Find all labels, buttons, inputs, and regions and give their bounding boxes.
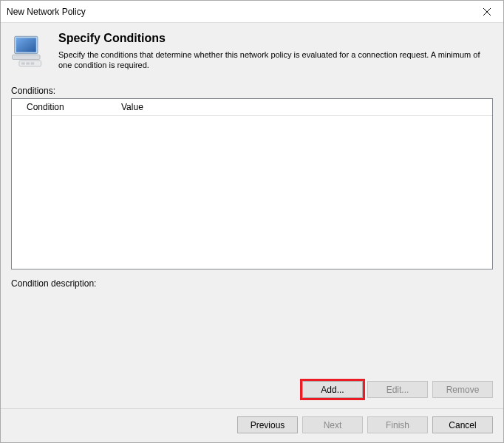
close-icon [483,8,491,16]
window-title: New Network Policy [7,7,86,17]
dialog-content: Specify Conditions Specify the condition… [1,23,503,442]
column-header-condition[interactable]: Condition [12,100,115,114]
conditions-list[interactable]: Condition Value [11,98,493,269]
wizard-buttons-row: Previous Next Finish Cancel [1,409,503,442]
svg-rect-9 [31,62,35,64]
next-button[interactable]: Next [302,416,363,433]
page-heading: Specify Conditions [58,32,493,45]
finish-button[interactable]: Finish [367,416,428,433]
header-area: Specify Conditions Specify the condition… [1,23,503,78]
column-header-value[interactable]: Value [115,100,492,114]
svg-rect-7 [21,62,25,64]
condition-description-text [11,289,493,318]
svg-rect-4 [16,38,36,52]
page-description: Specify the conditions that determine wh… [58,49,493,71]
list-header-row: Condition Value [12,99,492,116]
condition-description-label: Condition description: [11,278,493,289]
svg-rect-8 [26,62,30,64]
titlebar: New Network Policy [1,1,503,23]
conditions-label: Conditions: [11,86,493,96]
condition-buttons-row: Add... Edit... Remove [1,377,503,408]
previous-button[interactable]: Previous [237,416,298,433]
add-button[interactable]: Add... [302,381,363,398]
policy-icon [11,32,48,71]
header-text: Specify Conditions Specify the condition… [58,32,493,71]
remove-button[interactable]: Remove [432,381,493,398]
svg-rect-5 [13,55,41,59]
body-area: Conditions: Condition Value Condition de… [1,78,503,377]
dialog-window: New Network Policy [0,0,504,443]
close-button[interactable] [470,1,503,23]
cancel-button[interactable]: Cancel [432,416,493,433]
edit-button[interactable]: Edit... [367,381,428,398]
